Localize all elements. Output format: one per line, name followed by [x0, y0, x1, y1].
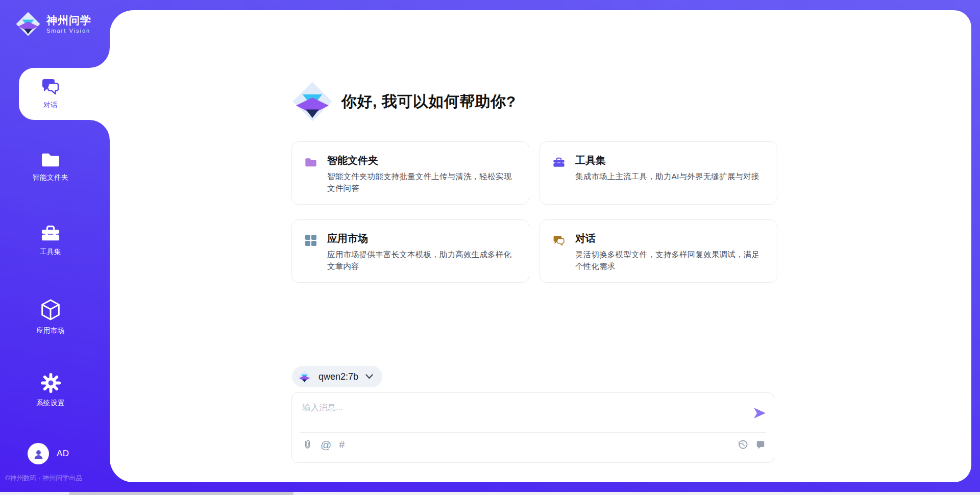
grid-icon	[304, 234, 317, 247]
app-window: 神州问学 Smart Vision 对话 智能文件夹 工具集 应用市场 系统设置	[0, 0, 980, 495]
card-description: 灵活切换多模型文件，支持多样回复效果调试，满足个性化需求	[575, 249, 764, 272]
cube-icon	[40, 298, 61, 321]
card-app-market[interactable]: 应用市场 应用市场提供丰富长文本模板，助力高效生成多样化文章内容	[291, 219, 529, 283]
sidebar-item-smart-folder[interactable]: 智能文件夹	[0, 151, 101, 182]
app-title: 神州问学	[46, 14, 91, 27]
paperclip-icon[interactable]	[302, 439, 313, 450]
toolbox-icon	[40, 224, 61, 243]
card-title: 对话	[575, 233, 764, 244]
send-icon	[753, 406, 767, 420]
message-composer: @ #	[291, 392, 774, 463]
chat-bubbles-icon	[552, 234, 566, 247]
model-selector[interactable]: qwen2:7b	[292, 366, 382, 387]
sidebar-item-app-market[interactable]: 应用市场	[0, 298, 101, 335]
scrollbar-thumb[interactable]	[69, 492, 293, 495]
card-title: 工具集	[575, 155, 759, 166]
sidebar-item-settings[interactable]: 系统设置	[0, 372, 101, 408]
sidebar-item-toolset[interactable]: 工具集	[0, 224, 101, 257]
sidebar-item-label: 应用市场	[36, 326, 65, 335]
chat-square-icon[interactable]	[755, 439, 766, 450]
card-title: 应用市场	[327, 233, 516, 244]
feature-cards: 智能文件夹 智能文件夹功能支持批量文件上传与清洗，轻松实现文件问答 工具集 集成…	[291, 141, 777, 283]
send-button[interactable]	[752, 406, 767, 420]
card-description: 应用市场提供丰富长文本模板，助力高效生成多样化文章内容	[327, 249, 516, 272]
chevron-down-icon	[365, 374, 373, 379]
message-input[interactable]	[296, 397, 741, 432]
diamond-logo-icon	[298, 370, 311, 384]
app-logo-diamond-icon	[15, 11, 41, 37]
card-description: 集成市场上主流工具，助力AI与外界无缝扩展与对接	[575, 170, 759, 182]
greeting-logo-icon	[291, 81, 333, 122]
sidebar-item-label: 对话	[43, 101, 58, 110]
main-panel: 你好, 我可以如何帮助你? 智能文件夹 智能文件夹功能支持批量文件上传与清洗，轻…	[110, 10, 971, 482]
sidebar-item-label: 系统设置	[36, 399, 65, 408]
avatar	[28, 443, 49, 464]
gear-icon	[40, 372, 62, 394]
sidebar-item-label: 智能文件夹	[33, 173, 68, 182]
user-initials: AD	[57, 449, 69, 459]
composer-divider	[300, 432, 766, 433]
hash-icon[interactable]: #	[339, 439, 345, 450]
at-icon[interactable]: @	[321, 439, 331, 450]
toolbox-icon	[552, 156, 566, 169]
sidebar: 神州问学 Smart Vision 对话 智能文件夹 工具集 应用市场 系统设置	[0, 0, 110, 495]
app-logo: 神州问学 Smart Vision	[15, 11, 91, 37]
card-title: 智能文件夹	[327, 155, 516, 166]
folder-icon	[40, 151, 61, 168]
app-subtitle: Smart Vision	[46, 28, 91, 34]
sidebar-item-label: 工具集	[40, 247, 61, 257]
model-name: qwen2:7b	[318, 372, 358, 382]
greeting-text: 你好, 我可以如何帮助你?	[341, 91, 516, 112]
card-smart-folder[interactable]: 智能文件夹 智能文件夹功能支持批量文件上传与清洗，轻松实现文件问答	[291, 141, 529, 205]
history-icon[interactable]	[738, 439, 748, 450]
horizontal-scrollbar[interactable]	[0, 492, 980, 495]
person-icon	[33, 448, 44, 460]
sidebar-item-chat[interactable]: 对话	[0, 77, 101, 110]
copyright-footer: ©神州数码 · 神州问学出品	[5, 474, 112, 483]
chat-bubbles-icon	[40, 77, 61, 96]
card-chat[interactable]: 对话 灵活切换多模型文件，支持多样回复效果调试，满足个性化需求	[540, 219, 777, 283]
user-profile[interactable]: AD	[28, 443, 69, 464]
greeting-block: 你好, 我可以如何帮助你?	[291, 81, 516, 122]
folder-icon	[304, 156, 317, 169]
card-toolset[interactable]: 工具集 集成市场上主流工具，助力AI与外界无缝扩展与对接	[540, 141, 777, 205]
card-description: 智能文件夹功能支持批量文件上传与清洗，轻松实现文件问答	[327, 170, 516, 194]
